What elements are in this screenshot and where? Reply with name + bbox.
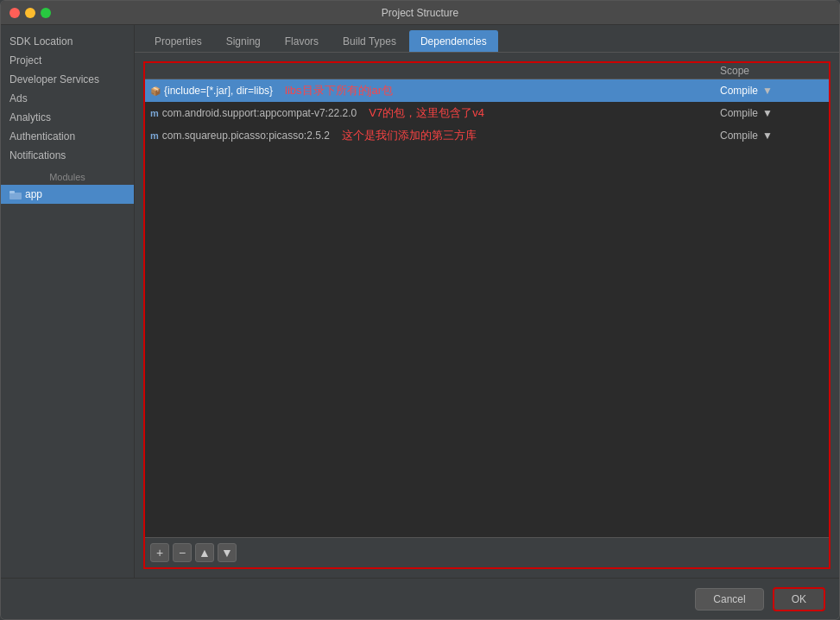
sidebar-item-project[interactable]: Project bbox=[1, 51, 134, 70]
tab-build-types[interactable]: Build Types bbox=[332, 30, 407, 52]
bottom-bar: Cancel OK bbox=[1, 578, 839, 619]
tab-dependencies[interactable]: Dependencies bbox=[409, 30, 498, 52]
scope-dropdown-1[interactable]: ▼ bbox=[761, 85, 774, 97]
tab-signing[interactable]: Signing bbox=[215, 30, 272, 52]
jar-icon: 📦 bbox=[150, 86, 161, 96]
module-icon: m bbox=[150, 108, 159, 118]
maximize-button[interactable] bbox=[41, 8, 51, 18]
svg-rect-0 bbox=[9, 193, 22, 199]
dependencies-table: Scope 📦 {include=[*.jar], dir=libs} libs… bbox=[143, 61, 831, 569]
remove-dependency-button[interactable]: − bbox=[173, 543, 192, 562]
scope-text-1: Compile bbox=[720, 85, 758, 97]
svg-rect-1 bbox=[9, 191, 15, 193]
window-controls bbox=[9, 8, 51, 18]
dep-annotation-1: libs目录下所有的jar包 bbox=[285, 83, 393, 98]
folder-icon bbox=[9, 190, 22, 199]
module-icon: m bbox=[150, 130, 159, 141]
tab-flavors[interactable]: Flavors bbox=[274, 30, 330, 52]
table-header: Scope bbox=[145, 63, 829, 79]
sidebar-item-sdk-location[interactable]: SDK Location bbox=[1, 32, 134, 51]
table-row[interactable]: m com.squareup.picasso:picasso:2.5.2 这个是… bbox=[145, 124, 829, 147]
dep-scope-cell: Compile ▼ bbox=[720, 85, 824, 97]
table-row[interactable]: 📦 {include=[*.jar], dir=libs} libs目录下所有的… bbox=[145, 79, 829, 102]
dep-name-cell: 📦 {include=[*.jar], dir=libs} libs目录下所有的… bbox=[150, 83, 720, 98]
window-title: Project Structure bbox=[382, 7, 458, 19]
dep-annotation-3: 这个是我们添加的第三方库 bbox=[342, 128, 477, 143]
move-up-button[interactable]: ▲ bbox=[195, 543, 214, 562]
dep-scope-cell: Compile ▼ bbox=[720, 130, 824, 142]
table-row[interactable]: m com.android.support:appcompat-v7:22.2.… bbox=[145, 102, 829, 124]
sidebar-item-app-label: app bbox=[25, 188, 42, 200]
sidebar-item-app[interactable]: app bbox=[1, 185, 134, 204]
scope-column-header: Scope bbox=[720, 65, 824, 77]
dep-name-text: {include=[*.jar], dir=libs} bbox=[164, 85, 273, 97]
dependency-rows: 📦 {include=[*.jar], dir=libs} libs目录下所有的… bbox=[145, 79, 829, 537]
dep-name-text: com.squareup.picasso:picasso:2.5.2 bbox=[162, 130, 330, 142]
dep-annotation-2: V7的包，这里包含了v4 bbox=[369, 105, 484, 121]
scope-text-3: Compile bbox=[720, 130, 758, 142]
tabs-bar: Properties Signing Flavors Build Types D… bbox=[135, 25, 839, 53]
cancel-button[interactable]: Cancel bbox=[695, 588, 763, 611]
move-down-button[interactable]: ▼ bbox=[218, 543, 237, 562]
close-button[interactable] bbox=[9, 8, 20, 18]
sidebar-item-developer-services[interactable]: Developer Services bbox=[1, 70, 134, 89]
modules-section-label: Modules bbox=[1, 165, 134, 185]
ok-button[interactable]: OK bbox=[773, 587, 825, 611]
title-bar: Project Structure bbox=[1, 1, 839, 25]
minimize-button[interactable] bbox=[25, 8, 35, 18]
scope-dropdown-2[interactable]: ▼ bbox=[761, 107, 774, 119]
project-structure-window: Project Structure SDK Location Project D… bbox=[0, 0, 840, 620]
tab-properties[interactable]: Properties bbox=[143, 30, 213, 52]
dep-name-cell: m com.squareup.picasso:picasso:2.5.2 这个是… bbox=[150, 128, 720, 143]
sidebar-item-ads[interactable]: Ads bbox=[1, 89, 134, 108]
sidebar-item-notifications[interactable]: Notifications bbox=[1, 146, 134, 165]
sidebar-item-authentication[interactable]: Authentication bbox=[1, 127, 134, 146]
name-column-header bbox=[150, 65, 720, 77]
dep-scope-cell: Compile ▼ bbox=[720, 107, 824, 119]
scope-text-2: Compile bbox=[720, 107, 758, 119]
sidebar: SDK Location Project Developer Services … bbox=[1, 25, 135, 578]
add-dependency-button[interactable]: + bbox=[150, 543, 169, 562]
main-content: SDK Location Project Developer Services … bbox=[1, 25, 839, 578]
scope-dropdown-3[interactable]: ▼ bbox=[761, 130, 774, 142]
dep-name-cell: m com.android.support:appcompat-v7:22.2.… bbox=[150, 105, 720, 121]
dependencies-panel: Scope 📦 {include=[*.jar], dir=libs} libs… bbox=[135, 53, 839, 578]
right-panel: Properties Signing Flavors Build Types D… bbox=[135, 25, 839, 578]
dep-toolbar: + − ▲ ▼ bbox=[145, 537, 829, 567]
dep-name-text: com.android.support:appcompat-v7:22.2.0 bbox=[162, 107, 357, 119]
sidebar-item-analytics[interactable]: Analytics bbox=[1, 108, 134, 127]
